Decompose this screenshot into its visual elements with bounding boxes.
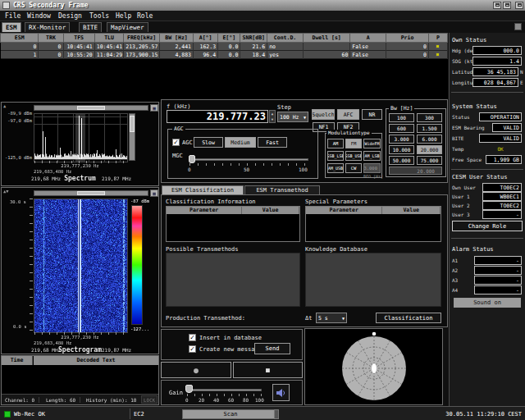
agc-checkbox[interactable]: ✓ bbox=[172, 139, 180, 146]
bw-50000-button[interactable]: 50.000 bbox=[389, 156, 414, 165]
bw-spinner[interactable]: 20.000 bbox=[389, 167, 442, 175]
bw-6000-button[interactable]: 6.000 bbox=[417, 135, 442, 144]
column-header[interactable]: Prio bbox=[386, 34, 429, 43]
bw-75000-button[interactable]: 75.000 bbox=[417, 156, 442, 165]
spectrum-hscrollbar[interactable] bbox=[34, 105, 148, 111]
agc-fast-button[interactable]: Fast bbox=[258, 137, 287, 148]
menu-tools[interactable]: Tools bbox=[89, 12, 109, 20]
column-header[interactable]: FREQ[kHz] bbox=[124, 34, 160, 43]
bw-600-button[interactable]: 600 bbox=[389, 124, 414, 133]
bw-3000-button[interactable]: 3.000 bbox=[389, 135, 414, 144]
bfo-spinner[interactable]: 3.000 bbox=[363, 163, 381, 173]
mod-ssb-lsb-button[interactable]: SSB_LSB bbox=[327, 151, 344, 161]
send-button[interactable]: Send bbox=[254, 343, 290, 354]
tab-mapviewer[interactable]: MapViewer bbox=[107, 22, 148, 32]
menu-design[interactable]: Design bbox=[58, 12, 82, 20]
bw-300-button[interactable]: 300 bbox=[417, 113, 442, 122]
table-row[interactable]: 1010:55:2011:04:29173,900.154,88396.40.0… bbox=[1, 51, 448, 59]
decoded-text-column-header[interactable]: Decoded Text bbox=[34, 356, 158, 365]
column-header[interactable]: A[°] bbox=[194, 34, 218, 43]
mod-cw-button[interactable]: CW bbox=[345, 163, 362, 173]
squelch-button[interactable]: Squelch bbox=[312, 109, 335, 120]
column-header[interactable]: A bbox=[350, 34, 386, 43]
decoded-time-column-header[interactable]: Time bbox=[2, 356, 33, 365]
spectrum-hscroll-thumb[interactable] bbox=[77, 106, 105, 110]
insert-database-checkbox[interactable]: ✓ bbox=[189, 334, 196, 341]
record-button[interactable]: ● bbox=[161, 362, 231, 378]
panel-collapse-icons[interactable]: ▲▼ bbox=[3, 189, 9, 194]
bw-100-button[interactable]: 100 bbox=[389, 113, 414, 122]
audio-button[interactable] bbox=[272, 384, 290, 401]
agc-slow-button[interactable]: Slow bbox=[194, 137, 223, 148]
scan-progress[interactable]: Scan bbox=[182, 409, 279, 419]
column-header[interactable]: ESM bbox=[1, 34, 39, 43]
menu-window[interactable]: Window bbox=[27, 12, 51, 20]
bw-10000-button[interactable]: 10.000 bbox=[389, 145, 414, 154]
gain-slider-track[interactable] bbox=[187, 389, 262, 391]
sound-on-button[interactable]: Sound on bbox=[454, 298, 521, 308]
column-header[interactable]: Dwell [s] bbox=[303, 34, 349, 43]
decoded-text-body[interactable] bbox=[2, 365, 158, 393]
nr-button[interactable]: NR bbox=[362, 109, 382, 120]
scan-progress-handle[interactable] bbox=[274, 409, 279, 419]
column-header[interactable]: TFS bbox=[63, 34, 94, 43]
spectrum-plot[interactable] bbox=[34, 113, 128, 162]
display-settings-icon[interactable]: ▦ bbox=[150, 104, 158, 112]
special-parameters-table[interactable]: Parameter Value bbox=[305, 206, 441, 242]
lock-toggle[interactable]: LOCK bbox=[141, 395, 158, 404]
mod-fm-button[interactable]: FM bbox=[345, 139, 362, 148]
mod-widefm-button[interactable]: WideFM bbox=[363, 139, 381, 148]
stop-button[interactable]: ■ bbox=[233, 362, 303, 378]
possible-transmethods-box[interactable] bbox=[166, 253, 300, 307]
gain-slider-thumb[interactable] bbox=[185, 385, 193, 393]
column-header[interactable]: TLU bbox=[94, 34, 124, 43]
spectrum-vscroll-thumb[interactable] bbox=[130, 116, 135, 132]
column-header[interactable]: TRK bbox=[39, 34, 63, 43]
display-settings-icon[interactable]: ▦ bbox=[150, 189, 158, 197]
menu-file[interactable]: File bbox=[5, 12, 21, 20]
frequency-stepper[interactable]: ▲▼ bbox=[269, 110, 276, 123]
mod-am-lsb-button[interactable]: AM_LSB bbox=[363, 151, 381, 161]
maximize-icon[interactable] bbox=[503, 2, 511, 9]
mgc-slider-track[interactable] bbox=[189, 158, 308, 161]
title-bar[interactable]: CRS Secondary Frame bbox=[0, 0, 525, 11]
column-header[interactable]: Value bbox=[242, 207, 299, 214]
spectrogram-hscroll-thumb[interactable] bbox=[77, 191, 105, 195]
spectrogram-plot[interactable] bbox=[34, 199, 128, 333]
panel-collapse-icon[interactable]: ▲ bbox=[3, 103, 6, 108]
column-header[interactable]: SNR[dB] bbox=[240, 34, 267, 43]
mod-ssb-usb-button[interactable]: SSB_USB bbox=[345, 151, 362, 161]
menu-help[interactable]: Help bbox=[116, 12, 131, 20]
menu-role[interactable]: Role bbox=[137, 12, 153, 20]
column-header[interactable]: Value bbox=[382, 207, 441, 214]
step-select[interactable]: 100 Hz▼ bbox=[277, 112, 308, 122]
spectrogram-hscrollbar[interactable] bbox=[34, 190, 148, 196]
change-role-button[interactable]: Change Role bbox=[452, 221, 523, 231]
knowledge-database-box[interactable] bbox=[305, 253, 441, 307]
create-message-checkbox[interactable]: ✓ bbox=[189, 345, 196, 353]
spectrum-vscrollbar[interactable] bbox=[129, 113, 135, 161]
delta-t-select[interactable]: 5 s▼ bbox=[316, 313, 347, 323]
bw-1500-button[interactable]: 1.500 bbox=[417, 124, 442, 133]
table-row[interactable]: 0010:45:4110:45:41213,205.572,441162.30.… bbox=[1, 43, 448, 51]
minimize-icon[interactable] bbox=[493, 2, 501, 9]
classification-button[interactable]: Classification bbox=[376, 313, 441, 323]
column-header[interactable]: Parameter bbox=[306, 207, 382, 214]
tab-bite[interactable]: BITE bbox=[79, 22, 102, 32]
menubar-grid-icon[interactable] bbox=[514, 23, 522, 30]
column-header[interactable]: Cont.D. bbox=[267, 34, 304, 43]
mgc-slider-thumb[interactable] bbox=[189, 155, 195, 163]
restore-icon[interactable] bbox=[515, 2, 523, 9]
column-header[interactable]: Parameter bbox=[167, 207, 242, 214]
mod-am-button[interactable]: AM bbox=[327, 139, 344, 148]
afc-button[interactable]: AFC bbox=[337, 109, 359, 120]
tab-rx-monitor[interactable]: RX-Monitor bbox=[25, 22, 70, 32]
classification-info-table[interactable]: Parameter Value bbox=[166, 206, 300, 242]
frequency-display[interactable]: 219.777.23 bbox=[167, 110, 268, 123]
mod-am-usb-button[interactable]: AM_USB bbox=[327, 163, 344, 173]
column-header[interactable]: P bbox=[428, 34, 447, 43]
bw-20000-button[interactable]: 20.000 bbox=[417, 145, 442, 154]
agc-medium-button[interactable]: Medium bbox=[225, 137, 256, 148]
column-header[interactable]: BW [Hz] bbox=[160, 34, 194, 43]
column-header[interactable]: E[°] bbox=[218, 34, 240, 43]
